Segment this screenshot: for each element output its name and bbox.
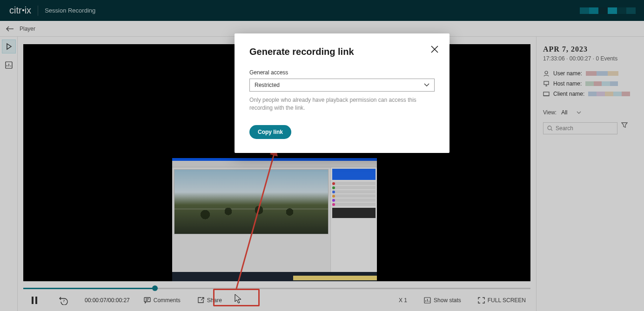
general-access-select[interactable]: Restricted (249, 79, 435, 92)
general-access-label: General access (249, 69, 435, 76)
modal-backdrop-top (0, 0, 644, 37)
general-access-help: Only people who already have playback pe… (249, 96, 435, 112)
general-access-value: Restricted (255, 82, 280, 88)
close-icon (430, 45, 439, 54)
modal-title: Generate recording link (249, 46, 435, 57)
generate-link-modal: Generate recording link General access R… (235, 33, 449, 153)
copy-link-button[interactable]: Copy link (249, 125, 291, 139)
modal-close-button[interactable] (430, 45, 439, 56)
chevron-down-icon (424, 83, 429, 87)
